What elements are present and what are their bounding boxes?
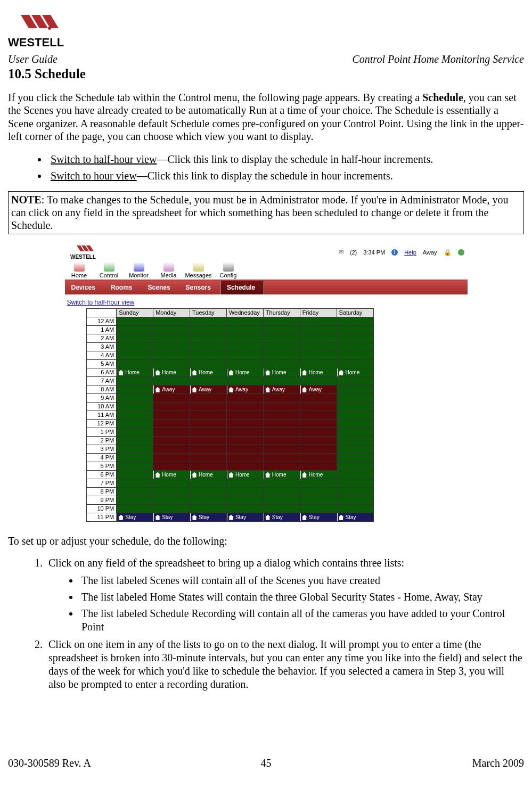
schedule-cell[interactable] — [337, 402, 373, 411]
schedule-cell[interactable]: Away — [153, 385, 190, 393]
schedule-cell[interactable] — [117, 487, 153, 496]
schedule-cell[interactable] — [153, 342, 190, 351]
schedule-cell[interactable] — [337, 376, 373, 385]
schedule-cell[interactable] — [263, 479, 300, 487]
half-hour-link[interactable]: Switch to half-hour view — [51, 153, 157, 165]
schedule-cell[interactable] — [337, 419, 373, 428]
schedule-cell[interactable] — [337, 325, 373, 334]
schedule-cell[interactable] — [117, 445, 153, 453]
schedule-cell[interactable] — [226, 342, 263, 351]
info-icon[interactable]: i — [391, 249, 398, 256]
schedule-cell[interactable]: Home — [226, 368, 263, 376]
schedule-cell[interactable] — [190, 487, 227, 496]
schedule-cell[interactable] — [337, 317, 373, 325]
schedule-cell[interactable] — [337, 436, 373, 445]
schedule-cell[interactable] — [153, 376, 190, 385]
schedule-cell[interactable] — [300, 479, 337, 487]
schedule-cell[interactable] — [153, 419, 190, 428]
schedule-cell[interactable] — [226, 411, 263, 419]
schedule-cell[interactable]: Away — [226, 385, 263, 393]
schedule-cell[interactable] — [337, 411, 373, 419]
schedule-cell[interactable] — [190, 436, 227, 445]
schedule-cell[interactable] — [337, 504, 373, 513]
schedule-cell[interactable] — [190, 376, 227, 385]
schedule-cell[interactable] — [117, 470, 153, 479]
schedule-cell[interactable] — [263, 411, 300, 419]
schedule-cell[interactable] — [337, 487, 373, 496]
mainnav-item[interactable]: Messages — [187, 262, 210, 278]
schedule-cell[interactable] — [263, 504, 300, 513]
schedule-cell[interactable] — [153, 334, 190, 342]
schedule-cell[interactable]: Home — [153, 368, 190, 376]
schedule-cell[interactable] — [263, 393, 300, 402]
schedule-cell[interactable] — [300, 436, 337, 445]
schedule-cell[interactable] — [117, 462, 153, 470]
schedule-cell[interactable] — [117, 334, 153, 342]
schedule-cell[interactable]: Home — [153, 470, 190, 479]
mainnav-item[interactable]: Control — [98, 262, 120, 278]
help-link[interactable]: Help — [404, 249, 416, 256]
subnav-item[interactable]: Devices — [65, 281, 104, 294]
schedule-cell[interactable] — [300, 487, 337, 496]
schedule-cell[interactable] — [190, 445, 227, 453]
schedule-cell[interactable] — [300, 325, 337, 334]
schedule-cell[interactable] — [226, 436, 263, 445]
schedule-cell[interactable] — [337, 351, 373, 359]
schedule-cell[interactable]: Home — [337, 368, 373, 376]
schedule-cell[interactable] — [190, 351, 227, 359]
schedule-cell[interactable] — [337, 393, 373, 402]
switch-view-link[interactable]: Switch to half-hour view — [65, 294, 468, 308]
schedule-cell[interactable] — [300, 445, 337, 453]
lock-icon[interactable]: 🔒 — [444, 249, 452, 256]
schedule-cell[interactable] — [117, 453, 153, 462]
schedule-cell[interactable] — [300, 419, 337, 428]
schedule-cell[interactable] — [226, 317, 263, 325]
schedule-cell[interactable] — [300, 462, 337, 470]
schedule-cell[interactable]: Home — [190, 470, 227, 479]
schedule-cell[interactable] — [300, 351, 337, 359]
schedule-cell[interactable] — [117, 436, 153, 445]
mainnav-item[interactable]: Home — [68, 262, 91, 278]
schedule-cell[interactable] — [337, 470, 373, 479]
hour-link[interactable]: Switch to hour view — [51, 170, 137, 182]
schedule-cell[interactable] — [190, 479, 227, 487]
schedule-cell[interactable] — [153, 487, 190, 496]
schedule-cell[interactable] — [263, 342, 300, 351]
schedule-cell[interactable] — [226, 487, 263, 496]
subnav-item[interactable]: Rooms — [104, 281, 142, 294]
schedule-cell[interactable] — [300, 453, 337, 462]
schedule-cell[interactable] — [337, 385, 373, 393]
schedule-cell[interactable] — [226, 419, 263, 428]
schedule-cell[interactable] — [300, 359, 337, 368]
schedule-cell[interactable] — [300, 334, 337, 342]
schedule-cell[interactable] — [300, 428, 337, 436]
schedule-cell[interactable] — [190, 342, 227, 351]
schedule-cell[interactable] — [153, 325, 190, 334]
schedule-cell[interactable] — [190, 496, 227, 504]
schedule-cell[interactable] — [263, 445, 300, 453]
schedule-cell[interactable] — [226, 359, 263, 368]
schedule-cell[interactable] — [263, 428, 300, 436]
schedule-cell[interactable] — [263, 402, 300, 411]
schedule-cell[interactable] — [300, 504, 337, 513]
schedule-cell[interactable] — [263, 351, 300, 359]
schedule-cell[interactable] — [190, 325, 227, 334]
schedule-cell[interactable]: Away — [263, 385, 300, 393]
schedule-cell[interactable] — [300, 496, 337, 504]
schedule-cell[interactable] — [117, 479, 153, 487]
schedule-cell[interactable] — [337, 342, 373, 351]
schedule-cell[interactable] — [153, 496, 190, 504]
schedule-cell[interactable] — [190, 411, 227, 419]
schedule-cell[interactable] — [337, 496, 373, 504]
schedule-cell[interactable] — [153, 393, 190, 402]
schedule-cell[interactable] — [300, 376, 337, 385]
schedule-cell[interactable] — [190, 402, 227, 411]
schedule-cell[interactable] — [226, 504, 263, 513]
schedule-cell[interactable] — [117, 359, 153, 368]
schedule-cell[interactable] — [190, 359, 227, 368]
schedule-cell[interactable] — [226, 453, 263, 462]
schedule-cell[interactable] — [117, 342, 153, 351]
schedule-cell[interactable] — [190, 419, 227, 428]
schedule-cell[interactable] — [226, 496, 263, 504]
mainnav-item[interactable]: Config — [217, 262, 240, 278]
